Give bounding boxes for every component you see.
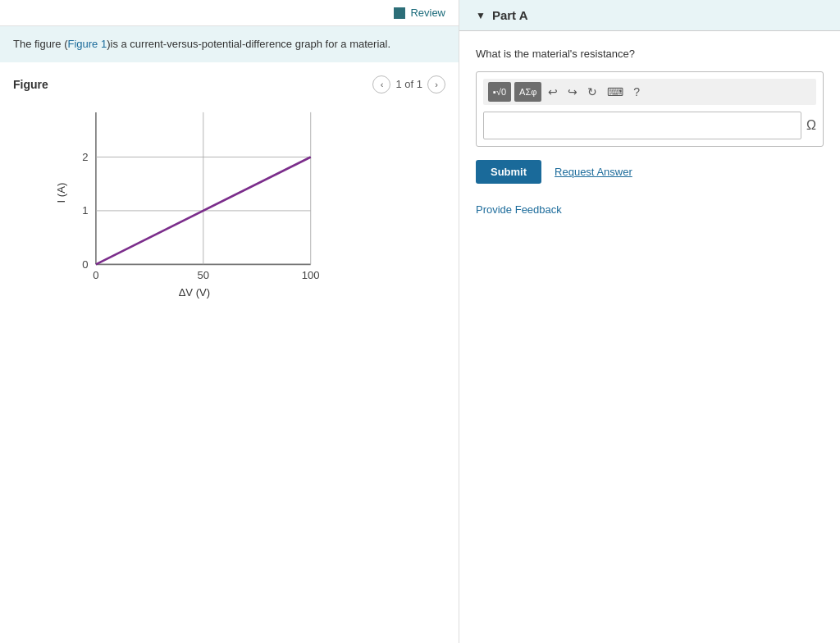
keyboard-icon: ⌨: [607, 85, 623, 98]
problem-text-suffix: )is a current-versus-potential-differenc…: [107, 38, 390, 50]
undo-icon: ↩: [548, 85, 558, 98]
svg-text:2: 2: [82, 150, 88, 162]
math-input-button[interactable]: ▪√0: [488, 82, 511, 102]
question-text: What is the material's resistance?: [476, 48, 824, 60]
review-icon: [394, 7, 405, 19]
symbol-label: ΑΣφ: [519, 87, 536, 97]
svg-text:0: 0: [93, 268, 98, 280]
svg-text:0: 0: [82, 258, 88, 270]
redo-button[interactable]: ↪: [564, 84, 581, 100]
left-panel: Review The figure (Figure 1)is a current…: [0, 0, 459, 643]
figure-prev-button[interactable]: ‹: [372, 75, 390, 93]
figure-nav-display: 1 of 1: [395, 78, 422, 90]
review-bar: Review: [0, 0, 459, 26]
figure-label: Figure: [13, 78, 48, 91]
request-answer-label: Request Answer: [555, 166, 632, 178]
svg-text:I (A): I (A): [55, 182, 67, 203]
refresh-icon: ↻: [587, 85, 597, 98]
submit-label: Submit: [491, 166, 527, 178]
figure-area: Figure ‹ 1 of 1 › 0 1 2: [0, 62, 459, 644]
svg-text:ΔV (V): ΔV (V): [179, 285, 211, 298]
provide-feedback-link[interactable]: Provide Feedback: [476, 203, 824, 216]
answer-input[interactable]: [483, 112, 801, 139]
keyboard-button[interactable]: ⌨: [604, 84, 627, 100]
help-icon: ?: [633, 85, 640, 98]
submit-button[interactable]: Submit: [476, 160, 541, 184]
math-input-label: ▪√0: [493, 87, 506, 97]
omega-symbol: Ω: [806, 118, 816, 133]
problem-statement: The figure (Figure 1)is a current-versus…: [0, 26, 459, 62]
help-button[interactable]: ?: [630, 84, 643, 100]
action-row: Submit Request Answer: [476, 160, 824, 184]
part-content: What is the material's resistance? ▪√0 Α…: [459, 31, 840, 232]
right-panel: ▼ Part A What is the material's resistan…: [459, 0, 840, 643]
refresh-button[interactable]: ↻: [584, 84, 600, 100]
svg-text:50: 50: [198, 268, 210, 280]
answer-box: ▪√0 ΑΣφ ↩ ↪ ↻ ⌨ ?: [476, 71, 824, 147]
redo-icon: ↪: [568, 85, 578, 98]
part-triangle-icon: ▼: [476, 10, 486, 21]
graph-container: 0 1 2 0 50 100 ΔV (V) I (A): [46, 103, 325, 300]
toolbar: ▪√0 ΑΣφ ↩ ↪ ↻ ⌨ ?: [483, 79, 816, 105]
symbol-button[interactable]: ΑΣφ: [514, 82, 541, 102]
review-label: Review: [410, 7, 445, 19]
graph-svg: 0 1 2 0 50 100 ΔV (V) I (A): [46, 103, 325, 300]
input-row: Ω: [483, 112, 816, 139]
problem-text-prefix: The figure (: [13, 38, 67, 50]
part-title: Part A: [492, 8, 528, 22]
undo-button[interactable]: ↩: [545, 84, 561, 100]
review-button[interactable]: Review: [394, 7, 445, 19]
part-header: ▼ Part A: [459, 0, 840, 31]
figure-header: Figure ‹ 1 of 1 ›: [13, 75, 445, 93]
figure-nav: ‹ 1 of 1 ›: [372, 75, 445, 93]
figure-next-button[interactable]: ›: [427, 75, 445, 93]
svg-text:100: 100: [302, 268, 320, 280]
request-answer-button[interactable]: Request Answer: [555, 166, 632, 178]
svg-text:1: 1: [82, 204, 88, 217]
figure-link[interactable]: Figure 1: [67, 38, 107, 50]
